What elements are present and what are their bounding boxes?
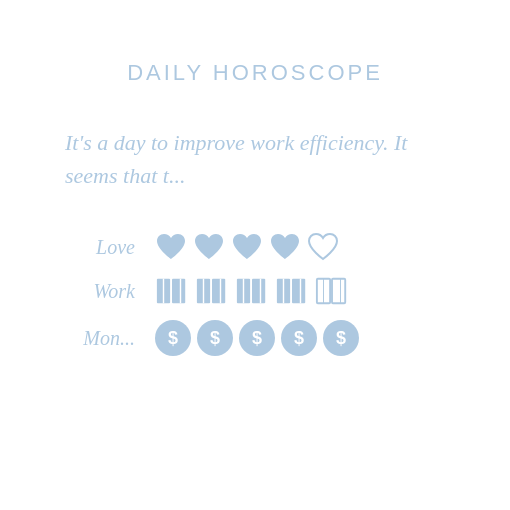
work-label: Work — [45, 280, 155, 303]
love-row: Love — [45, 232, 465, 262]
work-book-3 — [235, 276, 269, 306]
work-book-5-empty — [315, 276, 349, 306]
money-row: Mon... $ $ $ $ $ — [45, 320, 465, 356]
svg-rect-1 — [172, 279, 185, 304]
money-coin-1: $ — [155, 320, 191, 356]
svg-rect-9 — [252, 279, 265, 304]
work-row: Work — [45, 276, 465, 306]
ratings-container: Love Work — [45, 232, 465, 356]
love-heart-3 — [231, 232, 263, 262]
work-icons — [155, 276, 349, 306]
work-book-2 — [195, 276, 229, 306]
horoscope-text: It's a day to improve work efficiency. I… — [65, 126, 445, 192]
money-coin-5: $ — [323, 320, 359, 356]
work-book-1 — [155, 276, 189, 306]
page-title: DAILY HOROSCOPE — [127, 60, 383, 86]
svg-rect-17 — [332, 279, 345, 304]
love-icons — [155, 232, 339, 262]
svg-rect-5 — [212, 279, 225, 304]
money-coin-2: $ — [197, 320, 233, 356]
money-coin-3: $ — [239, 320, 275, 356]
love-heart-4 — [269, 232, 301, 262]
money-icons: $ $ $ $ $ — [155, 320, 359, 356]
love-heart-1 — [155, 232, 187, 262]
svg-rect-13 — [292, 279, 305, 304]
love-heart-5-empty — [307, 232, 339, 262]
work-book-4 — [275, 276, 309, 306]
love-heart-2 — [193, 232, 225, 262]
money-label: Mon... — [45, 327, 155, 350]
money-coin-4: $ — [281, 320, 317, 356]
love-label: Love — [45, 236, 155, 259]
